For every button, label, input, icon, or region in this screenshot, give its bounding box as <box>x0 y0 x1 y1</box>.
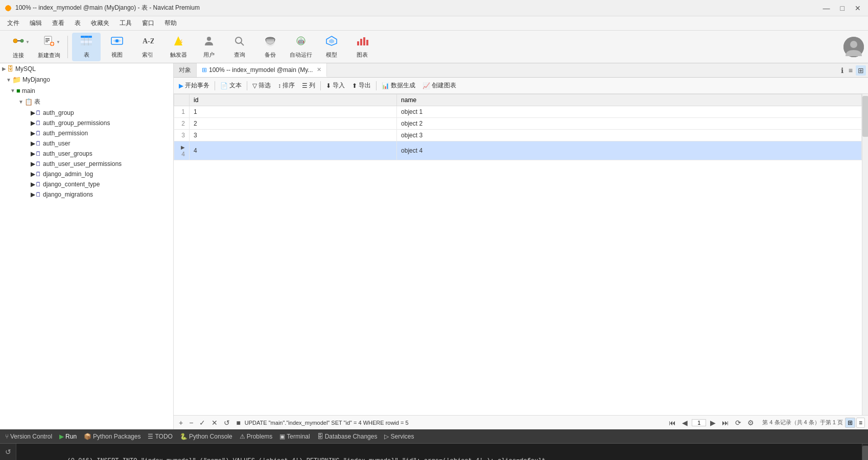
col-id[interactable]: id <box>190 94 397 106</box>
page-number-input[interactable] <box>692 419 706 426</box>
console-vscroll-thumb[interactable] <box>862 446 868 460</box>
console-vscroll[interactable] <box>862 444 868 460</box>
cell-name-3[interactable]: object 3 <box>397 130 862 141</box>
tab-problems[interactable]: ⚠ Problems <box>237 432 276 441</box>
toolbar-table[interactable]: 表 <box>72 33 101 61</box>
table-row[interactable]: 1 1 object 1 <box>174 106 862 118</box>
toolbar-backup[interactable]: 备份 <box>256 33 285 61</box>
toolbar-chart[interactable]: 图表 <box>348 33 377 61</box>
toolbar-query[interactable]: 查询 <box>225 33 254 61</box>
table-tool-sep-1 <box>215 81 215 90</box>
data-generate-btn[interactable]: 📊 数据生成 <box>379 80 418 91</box>
refresh-page-btn[interactable]: ⟳ <box>733 418 743 428</box>
table-vscroll[interactable] <box>862 94 868 415</box>
cell-name-1[interactable]: object 1 <box>397 106 862 118</box>
export-btn[interactable]: ⬆ 导出 <box>349 80 374 91</box>
user-avatar[interactable] <box>843 37 864 57</box>
table-row[interactable]: 3 3 object 3 <box>174 130 862 141</box>
tab-run[interactable]: ▶ Run <box>56 432 80 441</box>
cell-id-3[interactable]: 3 <box>190 130 397 141</box>
sidebar-item-django-content-type[interactable]: ▶ 🗒 django_content_type <box>0 179 173 189</box>
menu-tools[interactable]: 工具 <box>114 17 137 30</box>
close-button[interactable]: ✕ <box>852 3 864 13</box>
sidebar-item-auth-user[interactable]: ▶ 🗒 auth_user <box>0 138 173 149</box>
toolbar-model[interactable]: 模型 <box>317 33 346 61</box>
toolbar-auto-run[interactable]: 🤖 自动运行 <box>287 33 315 61</box>
svg-point-22 <box>236 37 242 43</box>
sidebar-item-auth-user-user-permissions[interactable]: ▶ 🗒 auth_user_user_permissions <box>0 159 173 169</box>
tab-python-console[interactable]: 🐍 Python Console <box>177 432 236 441</box>
menu-table[interactable]: 表 <box>69 17 86 30</box>
tab-terminal[interactable]: ▣ Terminal <box>276 432 313 441</box>
tab-database-changes[interactable]: 🗄 Database Changes <box>314 432 381 441</box>
cell-id-1[interactable]: 1 <box>190 106 397 118</box>
cancel-edit-btn[interactable]: ✕ <box>209 418 220 428</box>
title-controls[interactable]: — □ ✕ <box>820 3 864 13</box>
menu-favorites[interactable]: 收藏夹 <box>86 17 114 30</box>
delete-row-btn[interactable]: − <box>187 418 195 428</box>
sidebar-item-django-admin-log[interactable]: ▶ 🗒 django_admin_log <box>0 169 173 179</box>
console-restart-btn[interactable]: ↺ <box>2 446 14 458</box>
tab-services[interactable]: ▷ Services <box>381 432 417 441</box>
filter-btn[interactable]: ▽ 筛选 <box>249 80 274 91</box>
col-name[interactable]: name <box>397 94 862 106</box>
sort-btn[interactable]: ↕ 排序 <box>275 80 298 91</box>
grid-icon[interactable]: ⊞ <box>856 65 866 76</box>
page-last-btn[interactable]: ⏭ <box>720 418 731 428</box>
info-icon[interactable]: ℹ <box>839 65 846 76</box>
begin-transaction-btn[interactable]: ▶ 开始事务 <box>176 80 213 91</box>
tab-table[interactable]: ⊞ 100% -- index_mymodel @main (My... ✕ <box>197 63 327 77</box>
tab-python-packages[interactable]: 📦 Python Packages <box>81 432 144 441</box>
sidebar-item-mydjango[interactable]: ▼ 📁 MyDjango <box>0 74 173 85</box>
tab-table-close[interactable]: ✕ <box>317 66 321 73</box>
toolbar-new-query[interactable]: 新建查询 ▼ <box>35 33 63 61</box>
toolbar-user[interactable]: 用户 <box>195 33 223 61</box>
menu-help[interactable]: 帮助 <box>159 17 182 30</box>
settings-btn[interactable]: ⚙ <box>745 418 756 428</box>
tab-version-control[interactable]: ⑂ Version Control <box>2 432 55 441</box>
import-btn[interactable]: ⬇ 导入 <box>323 80 348 91</box>
data-table-container[interactable]: id name 1 1 object 1 2 2 obj <box>174 94 862 415</box>
create-chart-btn[interactable]: 📈 创建图表 <box>419 80 459 91</box>
refresh-btn[interactable]: ↺ <box>222 418 232 428</box>
table-row[interactable]: 2 2 object 2 <box>174 118 862 130</box>
page-first-btn[interactable]: ⏮ <box>667 418 678 428</box>
menu-edit[interactable]: 编辑 <box>25 17 47 30</box>
sidebar-item-mysql[interactable]: ▶ 🗄 MySQL <box>0 63 173 74</box>
toolbar-trigger[interactable]: ⚡ 触发器 <box>164 33 193 61</box>
grid-view-btn[interactable]: ⊞ <box>845 418 855 428</box>
sidebar-item-django-migrations[interactable]: ▶ 🗒 django_migrations <box>0 189 173 200</box>
sidebar-item-auth-group[interactable]: ▶ 🗒 auth_group <box>0 108 173 118</box>
column-btn[interactable]: ☰ 列 <box>299 80 318 91</box>
text-btn[interactable]: 📄 文本 <box>217 80 245 91</box>
stop-btn[interactable]: ■ <box>234 418 242 428</box>
svg-line-23 <box>241 42 244 45</box>
cell-name-2[interactable]: object 2 <box>397 118 862 130</box>
menu-view[interactable]: 查看 <box>47 17 69 30</box>
minimize-button[interactable]: — <box>820 3 833 13</box>
sidebar-item-tables-folder[interactable]: ▼ 📋 表 <box>0 96 173 108</box>
page-next-btn[interactable]: ▶ <box>708 418 718 428</box>
cell-id-2[interactable]: 2 <box>190 118 397 130</box>
sidebar-item-auth-user-groups[interactable]: ▶ 🗒 auth_user_groups <box>0 149 173 159</box>
menu-window[interactable]: 窗口 <box>137 17 159 30</box>
confirm-btn[interactable]: ✓ <box>197 418 207 428</box>
toolbar-view[interactable]: 视图 <box>103 33 131 61</box>
table-vscroll-thumb[interactable] <box>862 96 868 137</box>
tab-todo[interactable]: ☰ TODO <box>145 432 175 441</box>
list-view-btn[interactable]: ≡ <box>856 418 865 428</box>
add-row-btn[interactable]: + <box>177 418 185 428</box>
sidebar-item-main[interactable]: ▼ ■ main <box>0 85 173 96</box>
grid-list-icon[interactable]: ≡ <box>847 65 855 76</box>
sidebar-item-auth-group-permissions[interactable]: ▶ 🗒 auth_group_permissions <box>0 118 173 128</box>
table-row-selected[interactable]: ▶ 4 4 object 4 <box>174 141 862 160</box>
cell-name-4[interactable]: object 4 <box>397 141 862 160</box>
page-prev-btn[interactable]: ◀ <box>680 418 690 428</box>
menu-file[interactable]: 文件 <box>2 17 25 30</box>
cell-id-4[interactable]: 4 <box>190 141 397 160</box>
sidebar-item-auth-permission[interactable]: ▶ 🗒 auth_permission <box>0 128 173 138</box>
toolbar-connect[interactable]: 连接 ▼ <box>4 33 33 61</box>
maximize-button[interactable]: □ <box>837 3 848 13</box>
tab-object[interactable]: 对象 <box>174 63 197 77</box>
toolbar-index[interactable]: A-Z 索引 <box>133 33 162 61</box>
